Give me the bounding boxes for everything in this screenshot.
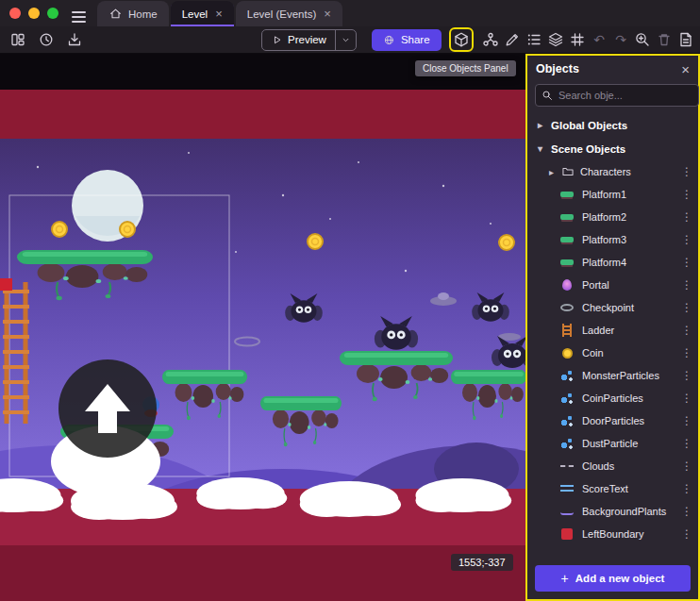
object-menu-button[interactable]: ⋮ [681, 278, 691, 292]
particles-thumbnail-icon [560, 414, 574, 427]
object-row-platform3[interactable]: Platform3 ⋮ [527, 228, 698, 251]
tab-label: Level [182, 8, 208, 20]
preview-options-button[interactable] [335, 30, 356, 50]
left-boundary-object[interactable] [0, 278, 12, 291]
tab-level-events[interactable]: Level (Events) × [236, 1, 342, 26]
main-menu-button[interactable] [72, 11, 86, 18]
particles-thumbnail-icon [560, 369, 574, 382]
toolbar-left-group [9, 26, 83, 53]
folder-icon [561, 165, 575, 178]
object-row-ladder[interactable]: Ladder ⋮ [527, 319, 698, 342]
close-panel-icon[interactable]: × [681, 62, 690, 76]
particles-thumbnail-icon [560, 437, 574, 450]
object-row-coin[interactable]: Coin ⋮ [527, 342, 698, 364]
object-row-monsterparticles[interactable]: MonsterParticles ⋮ [527, 364, 698, 387]
redo-icon[interactable]: ↷ [612, 32, 629, 47]
object-menu-button[interactable]: ⋮ [681, 482, 691, 495]
search-row [527, 82, 698, 113]
toolbar: Preview Share ↶ ↷ [0, 26, 700, 54]
scene-canvas[interactable] [0, 54, 525, 601]
object-search-box[interactable] [535, 84, 699, 107]
object-menu-button[interactable]: ⋮ [681, 301, 691, 314]
scene-editor-canvas[interactable] [0, 54, 525, 601]
tab-level[interactable]: Level × [171, 1, 234, 26]
zoom-in-icon[interactable] [634, 31, 651, 48]
layers-icon[interactable] [547, 31, 564, 48]
object-row-backgroundplants[interactable]: BackgroundPlants ⋮ [527, 500, 698, 523]
instances-list-icon[interactable] [525, 31, 542, 48]
objects-panel-highlight [449, 27, 474, 52]
object-row-clouds[interactable]: Clouds ⋮ [527, 455, 698, 477]
share-button[interactable]: Share [372, 29, 442, 51]
folder-row-characters[interactable]: ▸ Characters ⋮ [527, 160, 698, 183]
object-menu-button[interactable]: ⋮ [681, 256, 691, 269]
object-row-checkpoint[interactable]: Checkpoint ⋮ [527, 296, 698, 319]
coin-object[interactable] [120, 222, 135, 237]
group-global-objects[interactable]: ▸ Global Objects [527, 113, 698, 137]
coin-object[interactable] [499, 235, 514, 250]
coin-object[interactable] [52, 222, 67, 237]
object-menu-button[interactable]: ⋮ [681, 210, 691, 224]
preview-button[interactable]: Preview [261, 29, 357, 51]
tab-label: Home [128, 8, 158, 20]
object-menu-button[interactable]: ⋮ [681, 459, 691, 473]
share-label: Share [401, 34, 430, 45]
history-icon[interactable] [38, 31, 55, 48]
up-arrow-touch-control[interactable] [58, 359, 157, 458]
object-row-platform2[interactable]: Platform2 ⋮ [527, 206, 698, 228]
object-menu-button[interactable]: ⋮ [681, 414, 691, 427]
object-label: ScoreText [582, 483, 628, 494]
object-menu-button[interactable]: ⋮ [681, 505, 691, 518]
object-row-coinparticles[interactable]: CoinParticles ⋮ [527, 387, 698, 409]
object-menu-button[interactable]: ⋮ [681, 369, 691, 382]
object-menu-button[interactable]: ⋮ [681, 165, 691, 178]
object-menu-button[interactable]: ⋮ [681, 324, 691, 337]
undo-icon[interactable]: ↶ [591, 32, 608, 47]
close-tab-icon[interactable]: × [324, 8, 331, 20]
objects-panel-header: Objects × [527, 56, 698, 82]
particles-thumbnail-icon [560, 392, 574, 405]
toolbar-center-group: Preview Share [261, 26, 442, 53]
object-row-portal[interactable]: Portal ⋮ [527, 274, 698, 296]
chevron-right-icon[interactable]: ▸ [536, 120, 544, 130]
tab-home[interactable]: Home [97, 1, 169, 26]
object-menu-button[interactable]: ⋮ [681, 188, 691, 201]
object-menu-button[interactable]: ⋮ [681, 437, 691, 450]
close-window-button[interactable] [9, 8, 21, 19]
object-row-doorparticles[interactable]: DoorParticles ⋮ [527, 409, 698, 432]
objects-panel-toggle-cube-icon[interactable] [453, 31, 470, 48]
save-icon[interactable] [66, 31, 83, 48]
open-panels-icon[interactable] [9, 31, 26, 48]
object-row-leftboundary[interactable]: LeftBoundary ⋮ [527, 523, 698, 545]
close-tab-icon[interactable]: × [215, 8, 223, 20]
titlebar: Home Level × Level (Events) × [0, 0, 700, 26]
platform-thumbnail-icon [560, 214, 574, 220]
object-row-scoretext[interactable]: ScoreText ⋮ [527, 477, 698, 500]
coin-object[interactable] [308, 234, 323, 249]
scene-properties-icon[interactable] [677, 31, 694, 48]
fullscreen-window-button[interactable] [47, 8, 58, 19]
chevron-down-icon[interactable]: ▾ [536, 143, 544, 154]
grid-icon[interactable] [569, 31, 586, 48]
home-icon [108, 7, 123, 21]
search-input[interactable] [558, 90, 692, 101]
object-menu-button[interactable]: ⋮ [681, 527, 691, 541]
trash-icon[interactable] [656, 31, 673, 48]
object-label: MonsterParticles [582, 370, 659, 381]
boundary-thumbnail-icon [561, 528, 573, 540]
object-menu-button[interactable]: ⋮ [681, 233, 691, 246]
group-label: Scene Objects [551, 143, 625, 155]
edit-pencil-icon[interactable] [504, 31, 521, 48]
preview-label: Preview [288, 34, 326, 45]
object-menu-button[interactable]: ⋮ [681, 346, 691, 359]
chevron-right-icon[interactable]: ▸ [547, 167, 556, 177]
object-label: Platform4 [582, 257, 626, 268]
group-scene-objects[interactable]: ▾ Scene Objects [527, 137, 698, 160]
object-menu-button[interactable]: ⋮ [681, 392, 691, 405]
object-groups-icon[interactable] [482, 31, 499, 48]
add-new-object-button[interactable]: + Add a new object [535, 565, 691, 592]
object-row-dustparticle[interactable]: DustParticle ⋮ [527, 432, 698, 455]
minimize-window-button[interactable] [28, 8, 40, 19]
object-row-platform1[interactable]: Platform1 ⋮ [527, 183, 698, 206]
object-row-platform4[interactable]: Platform4 ⋮ [527, 251, 698, 274]
